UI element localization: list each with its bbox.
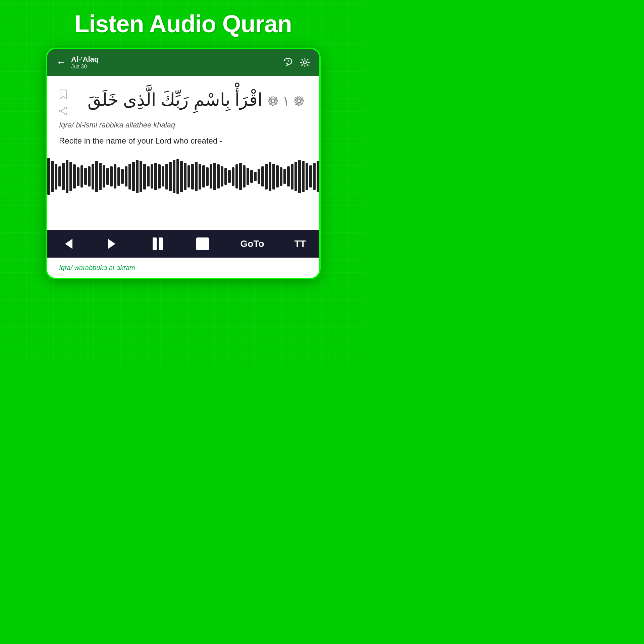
page-title: Listen Audio Quran xyxy=(74,10,291,38)
waveform-bar xyxy=(95,161,98,192)
pause-bar-right xyxy=(159,237,163,250)
surah-name: Al-'Alaq xyxy=(71,55,283,64)
waveform-bar xyxy=(206,167,209,186)
player-controls: GoTo TT xyxy=(47,230,319,258)
verse-actions xyxy=(59,86,68,117)
waveform-bar xyxy=(239,163,242,191)
header-icons: 1 xyxy=(283,57,310,67)
goto-button[interactable]: GoTo xyxy=(240,238,264,249)
waveform-bar xyxy=(106,168,109,185)
waveform-bar xyxy=(169,162,172,191)
waveform-bar xyxy=(151,164,153,189)
waveform-bar xyxy=(165,164,168,190)
next-verse-preview: Iqra/ warabbuka al-akram xyxy=(47,258,319,278)
stop-icon xyxy=(196,237,209,250)
waveform-bar xyxy=(158,164,161,189)
repeat-button[interactable]: 1 xyxy=(283,57,293,67)
waveform-bar xyxy=(121,169,124,184)
svg-point-1 xyxy=(304,61,307,64)
back-button[interactable]: ← xyxy=(56,57,66,68)
translation: Recite in the name of your Lord who crea… xyxy=(59,135,307,147)
pause-button[interactable] xyxy=(150,237,165,250)
waveform-bar xyxy=(191,164,194,190)
settings-button[interactable] xyxy=(300,57,310,67)
waveform-bar xyxy=(269,162,271,191)
next-button[interactable] xyxy=(105,237,120,250)
waveform-bar xyxy=(258,169,260,184)
waveform-bar xyxy=(232,167,234,186)
waveform-bar xyxy=(103,165,105,187)
header-title-group: Al-'Alaq Juz 30 xyxy=(71,55,283,70)
waveform-bar xyxy=(180,161,183,192)
arabic-text: اقْرَأْ بِاسْمِ رَبِّكَ الَّذِى خَلَقَ xyxy=(88,90,263,109)
quran-content: ❁ ١ ❁ اقْرَأْ بِاسْمِ رَبِّكَ الَّذِى خَ… xyxy=(47,76,319,230)
prev-button[interactable] xyxy=(60,237,75,250)
waveform-bar xyxy=(51,161,54,192)
transliteration: Iqra/ bi-ismi rabbika allathee khalaq xyxy=(59,121,307,129)
waveform-bar xyxy=(283,169,286,184)
pause-icon xyxy=(153,237,163,250)
waveform-bar xyxy=(88,166,91,187)
waveform-bar xyxy=(199,164,201,190)
waveform-bar xyxy=(143,164,146,190)
bookmark-icon[interactable] xyxy=(59,89,67,101)
pause-bar-left xyxy=(153,237,157,250)
svg-marker-8 xyxy=(108,239,115,249)
waveform-bar xyxy=(317,161,319,192)
waveform-bar xyxy=(173,160,175,193)
waveform-bar xyxy=(294,162,297,191)
waveform-bar xyxy=(280,167,282,186)
verse-header: ❁ ١ ❁ اقْرَأْ بِاسْمِ رَبِّكَ الَّذِى خَ… xyxy=(59,86,307,117)
waveform-bar xyxy=(306,163,308,191)
waveform-bar xyxy=(80,165,83,187)
waveform-bar xyxy=(254,172,257,181)
waveform-bar xyxy=(298,160,301,193)
waveform-bar xyxy=(221,166,223,187)
waveform-bar xyxy=(228,170,231,183)
waveform-bar xyxy=(84,168,87,185)
waveform-bar xyxy=(202,165,205,187)
main-container: Listen Audio Quran ← Al-'Alaq Juz 30 1 xyxy=(0,0,366,366)
waveform-bar xyxy=(66,160,68,193)
waveform-bar xyxy=(58,166,61,187)
svg-text:1: 1 xyxy=(287,59,289,63)
waveform-bar xyxy=(313,163,316,191)
waveform-bar xyxy=(291,164,293,190)
waveform-bar xyxy=(77,167,79,186)
waveform-bar xyxy=(55,164,57,190)
app-wrapper: ← Al-'Alaq Juz 30 1 xyxy=(46,48,321,279)
header-bar: ← Al-'Alaq Juz 30 1 xyxy=(47,49,319,76)
waveform-bar xyxy=(250,170,253,183)
verse-ornament: ❁ ١ ❁ xyxy=(267,90,305,112)
stop-button[interactable] xyxy=(195,237,210,250)
waveform-bar xyxy=(92,164,94,190)
waveform-bar xyxy=(69,162,72,191)
waveform-bar xyxy=(147,166,150,187)
waveform-bar xyxy=(217,164,220,189)
waveform-bar xyxy=(73,164,76,189)
waveform-bar xyxy=(224,168,227,185)
waveform-bar xyxy=(320,159,321,194)
waveform-bar xyxy=(154,163,157,191)
waveform-bar xyxy=(213,163,216,191)
waveform-bar xyxy=(132,162,135,191)
share-icon[interactable] xyxy=(59,107,68,117)
waveform-bar xyxy=(309,165,312,187)
svg-point-2 xyxy=(65,107,67,109)
waveform[interactable] xyxy=(59,156,307,197)
waveform-bar xyxy=(184,163,186,191)
tt-button[interactable]: TT xyxy=(294,238,306,249)
arabic-verse: ❁ ١ ❁ اقْرَأْ بِاسْمِ رَبِّكَ الَّذِى خَ… xyxy=(73,86,307,114)
waveform-bar xyxy=(210,164,212,189)
waveform-bar xyxy=(195,162,198,191)
waveform-bar xyxy=(117,167,120,186)
waveform-bar xyxy=(114,164,116,189)
waveform-bar xyxy=(187,165,190,187)
waveform-bar xyxy=(136,160,139,193)
waveform-bar xyxy=(235,164,238,189)
waveform-bar xyxy=(302,161,305,192)
next-verse-text: Iqra/ warabbuka al-akram xyxy=(59,264,307,272)
waveform-bar xyxy=(62,163,65,191)
waveform-bar xyxy=(99,163,102,191)
waveform-bar xyxy=(261,166,264,187)
